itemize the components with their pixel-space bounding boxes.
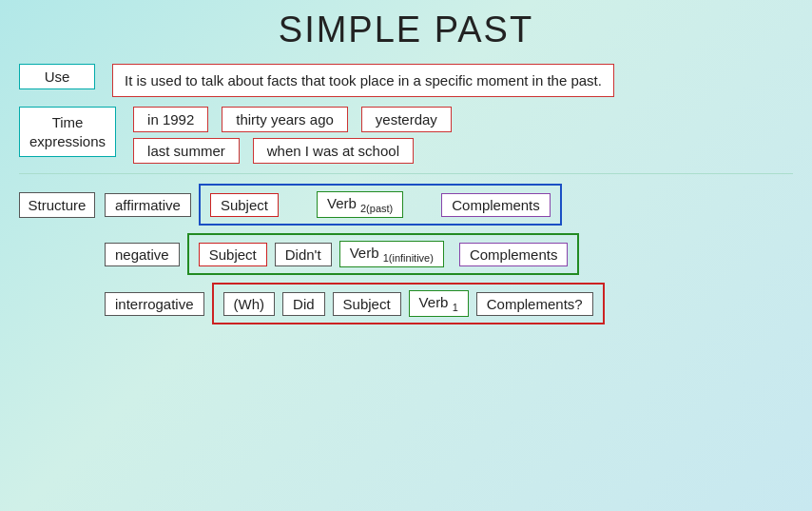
negative-row: negative Subject Didn't Verb 1(infinitiv… <box>105 233 793 275</box>
page-title: SIMPLE PAST <box>19 10 793 50</box>
aff-verb: Verb 2(past) <box>317 191 403 218</box>
aff-subject: Subject <box>210 193 279 217</box>
negative-box: Subject Didn't Verb 1(infinitive) Comple… <box>187 233 580 275</box>
structure-section: Structure affirmative Subject Verb 2(pas… <box>19 184 793 324</box>
int-did: Did <box>282 292 325 316</box>
time-row-1: in 1992 thirty years ago yesterday <box>133 107 452 132</box>
time-row-2: last summer when I was at school <box>133 138 452 164</box>
neg-didnt: Didn't <box>275 243 332 266</box>
time-item-5: when I was at school <box>253 138 414 164</box>
time-item-2: thirty years ago <box>222 107 348 132</box>
use-section: Use It is used to talk about facts that … <box>19 64 793 97</box>
time-expressions-list: in 1992 thirty years ago yesterday last … <box>133 107 452 164</box>
neg-subject: Subject <box>199 243 267 266</box>
structure-label: Structure <box>19 192 95 218</box>
time-expressions-section: Timeexpressions in 1992 thirty years ago… <box>19 107 793 164</box>
int-verb: Verb 1 <box>409 290 469 317</box>
aff-verb-subscript: 2(past) <box>360 203 393 214</box>
time-item-4: last summer <box>133 138 240 164</box>
interrogative-label: interrogative <box>105 292 204 316</box>
time-expressions-label: Timeexpressions <box>19 107 116 157</box>
int-complements: Complements? <box>476 292 593 316</box>
interrogative-box: (Wh) Did Subject Verb 1 Complements? <box>212 283 605 324</box>
neg-verb: Verb 1(infinitive) <box>339 241 444 267</box>
neg-verb-subscript: 1(infinitive) <box>383 252 434 264</box>
time-item-1: in 1992 <box>133 107 208 132</box>
affirmative-label: affirmative <box>105 193 191 217</box>
negative-label: negative <box>105 243 180 266</box>
use-description: It is used to talk about facts that took… <box>112 64 614 97</box>
time-item-3: yesterday <box>361 107 452 132</box>
aff-complements: Complements <box>441 193 551 217</box>
interrogative-row: interrogative (Wh) Did Subject Verb 1 Co… <box>105 283 793 324</box>
int-verb-subscript: 1 <box>453 302 458 313</box>
int-subject: Subject <box>333 292 401 316</box>
divider-1 <box>19 173 793 174</box>
affirmative-box: Subject Verb 2(past) Complements <box>199 184 562 226</box>
int-wh: (Wh) <box>223 292 276 316</box>
neg-complements: Complements <box>459 243 569 266</box>
use-label: Use <box>19 64 95 89</box>
affirmative-row: Structure affirmative Subject Verb 2(pas… <box>19 184 793 226</box>
